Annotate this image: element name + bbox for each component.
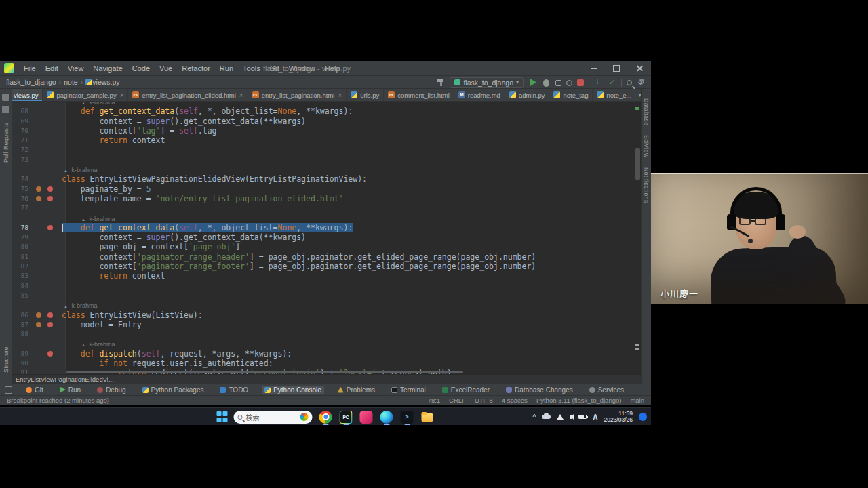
code-line[interactable]: context['paginator_range_footer'] = page… xyxy=(62,262,641,271)
gutter-icons[interactable] xyxy=(33,242,62,251)
ime-indicator[interactable]: A xyxy=(593,413,597,421)
gutter-icons[interactable] xyxy=(33,310,62,320)
taskbar-pycharm-icon[interactable] xyxy=(339,409,353,425)
breakpoint-icon[interactable] xyxy=(36,196,41,201)
battery-icon[interactable] xyxy=(578,415,587,419)
taskbar-edge-icon[interactable] xyxy=(380,409,394,425)
code-line[interactable] xyxy=(62,281,641,291)
breakpoint-icon[interactable] xyxy=(47,225,53,230)
editor-breadcrumb[interactable]: EntryListViewPaginationElidedVi... xyxy=(12,374,641,384)
status-interpreter[interactable]: Python 3.11 (flask_to_django) xyxy=(536,396,622,404)
close-tab-icon[interactable]: × xyxy=(120,92,124,99)
toolwindow-terminal[interactable]: Terminal xyxy=(389,386,429,394)
gutter-icons[interactable] xyxy=(33,329,62,339)
code-line[interactable] xyxy=(62,145,641,155)
code-line[interactable] xyxy=(62,155,641,165)
code-line[interactable]: context['tag'] = self.tag xyxy=(62,126,641,136)
breakpoint-icon[interactable] xyxy=(47,322,53,327)
gutter-icons[interactable] xyxy=(33,281,62,291)
minimize-button[interactable] xyxy=(582,61,605,76)
taskbar-clock[interactable]: 11:59 2023/03/26 xyxy=(604,411,633,424)
gutter-icons[interactable] xyxy=(33,359,62,368)
commit-tool-icon[interactable] xyxy=(2,106,9,113)
tray-expand-icon[interactable]: ^ xyxy=(533,413,536,421)
taskbar-terminal-icon[interactable] xyxy=(400,409,414,425)
gutter-icons[interactable] xyxy=(33,368,62,374)
taskbar-chrome-icon[interactable] xyxy=(319,409,333,425)
taskbar-clip-icon[interactable] xyxy=(359,409,374,425)
stripe-notifications[interactable]: Notifications xyxy=(643,167,650,203)
menu-navigate[interactable]: Navigate xyxy=(88,64,127,73)
gutter-icons[interactable] xyxy=(33,117,62,126)
menu-tools[interactable]: Tools xyxy=(238,64,265,73)
code-line[interactable]: context = super().get_context_data(**kwa… xyxy=(62,117,641,126)
stripe-pull-requests[interactable]: Pull Requests xyxy=(3,123,9,163)
code-line[interactable]: template_name = 'note/entry_list_paginat… xyxy=(62,194,641,203)
gutter-icons[interactable] xyxy=(33,165,62,174)
breakpoint-icon[interactable] xyxy=(47,351,53,357)
status-line-separator[interactable]: CRLF xyxy=(449,396,466,404)
toolwindow-debug[interactable]: Debug xyxy=(94,386,128,394)
horizontal-scrollbar[interactable] xyxy=(66,371,463,373)
project-tool-icon[interactable] xyxy=(2,94,9,101)
coverage-icon[interactable] xyxy=(555,80,561,86)
code-line[interactable]: ▲ k-brahma xyxy=(62,102,641,106)
volume-icon[interactable] xyxy=(570,415,572,419)
close-tab-icon[interactable]: × xyxy=(338,92,342,99)
gutter-icons[interactable] xyxy=(33,271,62,281)
breadcrumb-item[interactable]: flask_to_django xyxy=(6,78,56,86)
vcs-update-icon[interactable] xyxy=(594,78,603,87)
gutter-icons[interactable] xyxy=(33,262,62,271)
run-config-selector[interactable]: flask_to_django▾ xyxy=(450,77,524,88)
gutter-icons[interactable] xyxy=(33,203,62,213)
gutter-icons[interactable] xyxy=(33,194,62,203)
breadcrumb-item[interactable]: note xyxy=(64,78,77,86)
menu-run[interactable]: Run xyxy=(215,64,238,73)
start-button-icon[interactable] xyxy=(217,411,228,422)
menu-refactor[interactable]: Refactor xyxy=(177,64,215,73)
tab-note-e-[interactable]: note_e... xyxy=(593,89,636,101)
code-line[interactable] xyxy=(62,203,641,213)
code-line[interactable]: if not request.user.is_authenticated: xyxy=(62,359,641,368)
toolwindow-services[interactable]: Services xyxy=(587,386,627,394)
breakpoint-icon[interactable] xyxy=(47,186,53,192)
code-line[interactable]: model = Entry xyxy=(62,320,641,329)
code-line[interactable]: context['paginator_range_header'] = page… xyxy=(62,252,641,262)
tab-readme-md[interactable]: readme.md xyxy=(454,89,505,101)
cloud-sync-icon[interactable] xyxy=(542,415,551,419)
status-git-branch[interactable]: main xyxy=(630,396,644,404)
status-encoding[interactable]: UTF-8 xyxy=(475,396,493,404)
taskbar-search[interactable]: 検索 xyxy=(234,411,313,424)
gutter-icons[interactable] xyxy=(33,106,62,116)
gutter-icons[interactable] xyxy=(33,232,62,242)
breakpoint-icon[interactable] xyxy=(47,196,53,201)
gutter-icons[interactable] xyxy=(33,300,62,310)
toolwindow-run[interactable]: Run xyxy=(57,386,83,394)
toolwindow-python-console[interactable]: Python Console xyxy=(262,386,324,394)
code-line[interactable]: class EntryListViewPaginationElidedView(… xyxy=(62,174,641,184)
gutter-icons[interactable] xyxy=(33,102,62,106)
toolwindow-todo[interactable]: TODO xyxy=(217,386,251,394)
code-line[interactable]: def get_context_data(self, *, object_lis… xyxy=(62,223,641,232)
code-line[interactable]: ▲ k-brahma xyxy=(62,300,641,310)
code-line[interactable]: page_obj = context['page_obj'] xyxy=(62,242,641,251)
vertical-scrollbar[interactable] xyxy=(635,148,640,180)
network-icon[interactable] xyxy=(557,414,564,420)
code-line[interactable]: ▲ k-brahma xyxy=(62,214,641,223)
menu-file[interactable]: File xyxy=(19,64,41,73)
taskbar-explorer-icon[interactable] xyxy=(420,409,435,425)
stop-icon[interactable] xyxy=(577,79,584,86)
gutter-icons[interactable] xyxy=(33,136,62,145)
stripe-sciview[interactable]: SciView xyxy=(643,135,650,158)
gutter-icons[interactable] xyxy=(33,155,62,165)
menu-edit[interactable]: Edit xyxy=(41,64,63,73)
gutter-icons[interactable] xyxy=(33,320,62,329)
profiler-icon[interactable] xyxy=(566,80,572,86)
build-hammer-icon[interactable] xyxy=(436,78,445,87)
toolwindow-python-packages[interactable]: Python Packages xyxy=(140,386,207,394)
tab-admin-py[interactable]: admin.py xyxy=(505,89,550,101)
status-message[interactable]: Breakpoint reached (2 minutes ago) xyxy=(7,396,109,404)
code-line[interactable]: ▲ k-brahma xyxy=(62,339,641,348)
gutter-icons[interactable] xyxy=(33,291,62,300)
tab-entry-list-pagination-elided-html[interactable]: entry_list_pagination_elided.html× xyxy=(128,89,248,101)
